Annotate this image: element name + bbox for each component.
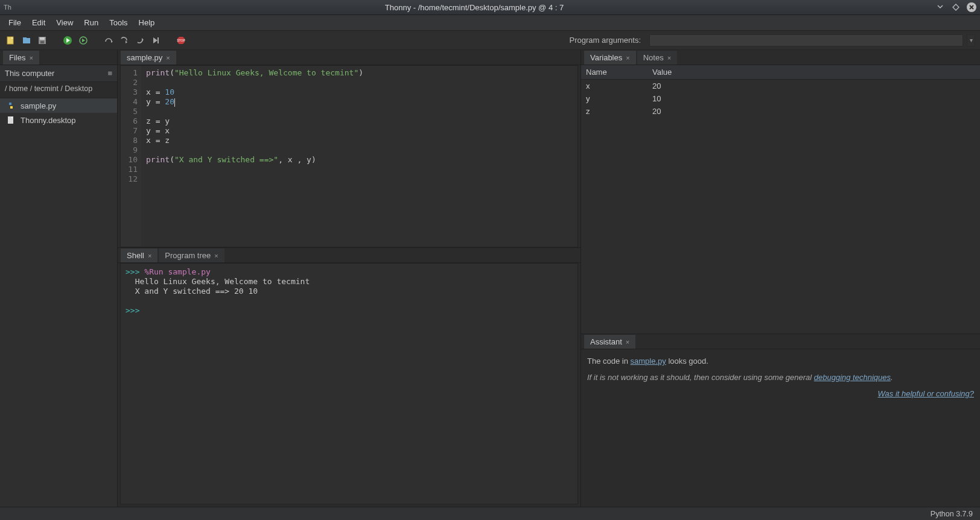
statusbar: Python 3.7.9 (0, 507, 980, 520)
assistant-file-link[interactable]: sample.py (631, 357, 666, 366)
new-file-icon[interactable] (5, 34, 17, 46)
titlebar: Th Thonny - /home/tecmint/Desktop/sample… (0, 0, 980, 15)
assistant-text: If it is not working as it should, then … (587, 373, 814, 382)
code-editor[interactable]: 123456789101112 print("Hello Linux Geeks… (120, 65, 578, 247)
editor-tab-label: sample.py (127, 53, 162, 62)
assistant-line1: The code in sample.py looks good. (587, 357, 974, 366)
menubar: File Edit View Run Tools Help (0, 15, 980, 31)
minimize-icon[interactable] (935, 2, 945, 12)
file-item[interactable]: sample.py (0, 98, 117, 113)
close-icon[interactable]: × (626, 338, 629, 346)
text-cursor (174, 98, 175, 107)
file-item-label: Thonny.desktop (21, 116, 76, 125)
var-value: 10 (652, 94, 975, 103)
variables-table: x20y10z20 (581, 80, 980, 334)
variable-row[interactable]: z20 (581, 105, 980, 118)
var-name: x (586, 81, 652, 90)
maximize-icon[interactable] (951, 2, 961, 12)
var-value: 20 (652, 107, 975, 116)
file-list: sample.pyThonny.desktop (0, 98, 117, 507)
svg-text:STOP: STOP (177, 39, 185, 42)
resume-icon[interactable] (150, 34, 162, 46)
debugging-link[interactable]: debugging techniques (814, 373, 891, 382)
shell-content[interactable]: >>> %Run sample.py Hello Linux Geeks, We… (120, 263, 578, 504)
menu-view[interactable]: View (51, 16, 78, 29)
variable-row[interactable]: x20 (581, 80, 980, 92)
step-out-icon[interactable] (134, 34, 146, 46)
menu-edit[interactable]: Edit (27, 16, 50, 29)
tab-program-tree[interactable]: Program tree × (158, 248, 224, 262)
close-icon[interactable]: × (667, 54, 671, 62)
assistant-panel: Assistant × The code in sample.py looks … (581, 334, 980, 507)
close-icon[interactable]: × (166, 54, 170, 62)
assistant-text: . (891, 373, 893, 382)
close-icon[interactable] (967, 2, 976, 12)
menu-file[interactable]: File (4, 16, 26, 29)
file-item[interactable]: Thonny.desktop (0, 113, 117, 127)
svg-marker-14 (153, 37, 158, 43)
assistant-text: The code in (587, 357, 631, 366)
tab-shell[interactable]: Shell × (120, 248, 158, 262)
program-tree-tab-label: Program tree (165, 251, 211, 260)
variable-row[interactable]: y10 (581, 92, 980, 105)
python-file-icon (6, 101, 16, 110)
program-args-dropdown-icon[interactable]: ▾ (967, 34, 975, 46)
toolbar: STOP Program arguments: ▾ (0, 31, 980, 50)
helpful-link[interactable]: Was it helpful or confusing? (878, 389, 974, 398)
breadcrumb[interactable]: / home / tecmint / Desktop (0, 82, 117, 98)
shell-panel: Shell × Program tree × >>> %Run sample.p… (118, 247, 581, 507)
notes-tab-label: Notes (643, 53, 664, 62)
menu-help[interactable]: Help (134, 16, 160, 29)
files-panel: Files × This computer ≡ / home / tecmint… (0, 50, 118, 507)
close-icon[interactable]: × (148, 252, 151, 259)
app-icon: Th (4, 4, 13, 11)
close-icon[interactable]: × (29, 54, 33, 62)
program-args-label: Program arguments: (570, 36, 641, 45)
files-location-label: This computer (5, 69, 54, 78)
col-value-header: Value (648, 65, 980, 79)
tab-editor-file[interactable]: sample.py × (120, 50, 177, 65)
var-name: y (586, 94, 652, 103)
file-item-label: sample.py (21, 101, 56, 110)
file-icon (6, 115, 16, 125)
open-file-icon[interactable] (21, 34, 33, 46)
window-title: Thonny - /home/tecmint/Desktop/sample.py… (13, 3, 935, 12)
python-version-label[interactable]: Python 3.7.9 (931, 510, 973, 518)
code-content[interactable]: print("Hello Linux Geeks, Welcome to tec… (141, 66, 368, 247)
stop-icon[interactable]: STOP (175, 34, 187, 46)
var-value: 20 (652, 81, 975, 90)
menu-run[interactable]: Run (79, 16, 103, 29)
tab-variables[interactable]: Variables × (584, 50, 637, 65)
tab-assistant[interactable]: Assistant × (584, 334, 636, 349)
shell-tab-label: Shell (127, 251, 144, 260)
debug-icon[interactable] (77, 34, 89, 46)
svg-marker-12 (126, 40, 127, 43)
tab-files-label: Files (9, 53, 25, 62)
assistant-tab-label: Assistant (590, 337, 622, 346)
line-gutter: 123456789101112 (121, 66, 141, 247)
run-icon[interactable] (62, 34, 74, 46)
menu-icon[interactable]: ≡ (107, 69, 112, 78)
svg-rect-5 (40, 37, 45, 40)
close-icon[interactable]: × (626, 54, 629, 62)
assistant-line2: If it is not working as it should, then … (587, 373, 974, 382)
editor-panel: sample.py × 123456789101112 print("Hello… (118, 50, 581, 247)
svg-rect-6 (40, 41, 44, 43)
tab-notes[interactable]: Notes × (637, 50, 678, 65)
var-name: z (586, 107, 652, 116)
col-name-header: Name (581, 65, 648, 79)
close-icon[interactable]: × (214, 252, 218, 259)
svg-rect-3 (23, 37, 27, 39)
tab-files[interactable]: Files × (2, 50, 40, 65)
step-over-icon[interactable] (103, 34, 115, 46)
variables-tab-label: Variables (590, 53, 622, 62)
svg-marker-10 (82, 39, 85, 42)
program-args-input[interactable] (649, 34, 963, 46)
variables-panel: Variables × Notes × Name Value x20y10z20 (581, 50, 980, 334)
svg-rect-15 (158, 37, 159, 43)
save-icon[interactable] (36, 34, 48, 46)
menu-tools[interactable]: Tools (104, 16, 132, 29)
assistant-text: looks good. (666, 357, 708, 366)
step-into-icon[interactable] (118, 34, 130, 46)
